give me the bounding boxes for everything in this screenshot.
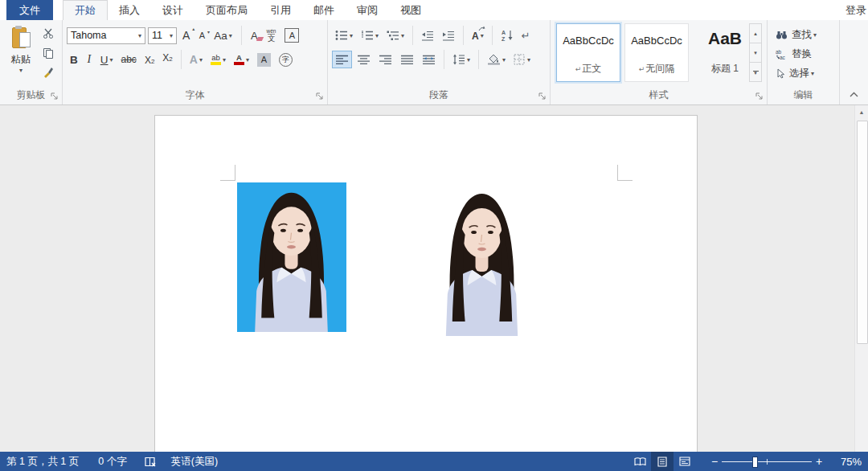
italic-button[interactable]: I <box>83 51 96 68</box>
decrease-indent-button[interactable] <box>418 27 437 44</box>
strikethrough-button[interactable]: abc <box>118 51 140 68</box>
sign-in-button[interactable]: 登录 <box>845 0 868 20</box>
paragraph-dialog-launcher[interactable] <box>538 92 547 100</box>
tab-file[interactable]: 文件 <box>6 0 53 20</box>
copy-button[interactable] <box>39 44 58 61</box>
change-case-button[interactable]: Aa <box>211 27 235 44</box>
language-status[interactable]: 英语(美国) <box>168 452 221 471</box>
scissors-icon <box>43 28 54 39</box>
grow-font-button[interactable]: A <box>179 27 193 44</box>
tab-references[interactable]: 引用 <box>259 0 302 20</box>
font-family-combo[interactable]: Tahoma ▾ <box>67 27 145 44</box>
id-photo-white-background[interactable] <box>428 183 536 336</box>
paragraph-group-label: 段落 <box>328 88 550 102</box>
group-clipboard: 粘贴 <box>0 20 63 104</box>
increase-indent-icon <box>442 31 455 41</box>
style-preview: AaB <box>694 29 756 48</box>
distribute-button[interactable] <box>419 51 439 68</box>
tab-home[interactable]: 开始 <box>63 0 108 20</box>
style-card-no-spacing[interactable]: AaBbCcDc ↵无间隔 <box>624 23 689 82</box>
tab-page-layout[interactable]: 页面布局 <box>194 0 259 20</box>
zoom-out-button[interactable]: − <box>707 455 722 468</box>
tab-mailings[interactable]: 邮件 <box>302 0 346 20</box>
tab-insert[interactable]: 插入 <box>108 0 151 20</box>
vertical-scrollbar[interactable] <box>854 105 868 452</box>
sort-button[interactable]: A Z <box>497 27 517 44</box>
select-button[interactable]: 选择 <box>776 65 814 81</box>
distribute-icon <box>422 55 436 65</box>
tab-view[interactable]: 视图 <box>389 0 432 20</box>
style-card-normal[interactable]: AaBbCcDc ↵正文 <box>556 23 620 82</box>
page-count-status[interactable]: 第 1 页，共 1 页 <box>3 452 82 471</box>
text-highlight-button[interactable]: ab <box>207 51 229 68</box>
bullets-button[interactable] <box>332 27 356 44</box>
align-left-button[interactable] <box>332 51 352 68</box>
phonetic-guide-button[interactable]: wén 文 <box>264 27 280 44</box>
zoom-percentage[interactable]: 75% <box>829 456 868 468</box>
font-color-icon: A <box>234 54 244 66</box>
scroll-up-button[interactable] <box>855 105 868 119</box>
align-center-button[interactable] <box>354 51 374 68</box>
enclose-characters-button[interactable]: 字 <box>276 51 296 68</box>
numbering-button[interactable] <box>358 27 382 44</box>
clipboard-dialog-launcher[interactable] <box>51 92 59 100</box>
clear-formatting-button[interactable]: A <box>248 27 261 44</box>
shrink-font-button[interactable]: A <box>195 27 208 44</box>
find-button[interactable]: 查找 <box>776 27 817 43</box>
gallery-up-button[interactable] <box>749 23 762 43</box>
read-mode-button[interactable] <box>628 452 651 471</box>
tab-design[interactable]: 设计 <box>151 0 194 20</box>
separator <box>444 50 444 69</box>
styles-group-label: 样式 <box>551 88 767 102</box>
subscript-button[interactable]: X2 <box>141 51 158 68</box>
gallery-more-button[interactable] <box>749 63 762 82</box>
bold-button[interactable]: B <box>67 51 81 68</box>
sort-icon: A Z <box>501 30 514 41</box>
highlight-icon: ab <box>211 54 221 66</box>
format-painter-button[interactable] <box>39 63 58 80</box>
character-border-button[interactable]: A <box>281 27 302 44</box>
asian-layout-button[interactable]: A <box>469 27 487 44</box>
zoom-slider-thumb[interactable] <box>752 457 758 468</box>
print-layout-button[interactable] <box>651 452 674 471</box>
increase-indent-button[interactable] <box>439 27 458 44</box>
proofing-status[interactable] <box>141 452 160 471</box>
styles-dialog-launcher[interactable] <box>755 92 764 100</box>
character-shading-button[interactable]: A <box>254 51 274 68</box>
font-color-button[interactable]: A <box>231 51 252 68</box>
text-effects-button[interactable]: A <box>186 51 206 68</box>
zoom-in-button[interactable]: + <box>812 455 826 468</box>
underline-button[interactable]: U <box>97 51 117 68</box>
paste-button[interactable]: 粘贴 <box>6 24 35 98</box>
borders-button[interactable] <box>510 51 534 68</box>
collapse-ribbon-button[interactable] <box>847 88 860 100</box>
word-count-status[interactable]: 0 个字 <box>95 452 129 471</box>
id-photo-blue-background[interactable] <box>237 182 346 332</box>
group-styles: AaBbCcDc ↵正文 AaBbCcDc ↵无间隔 AaB 标题 1 样式 <box>551 20 768 104</box>
font-family-value: Tahoma <box>71 30 106 41</box>
replace-button[interactable]: ab ac 替换 <box>776 46 812 62</box>
group-font: Tahoma ▾ 11 ▾ A A Aa A wén 文 A <box>63 20 328 104</box>
scrollbar-thumb[interactable] <box>857 121 868 344</box>
zoom-slider[interactable] <box>722 456 812 467</box>
phonetic-icon: wén 文 <box>267 29 276 43</box>
show-hide-marks-button[interactable]: ↵ <box>518 27 534 44</box>
multilevel-list-button[interactable] <box>383 27 407 44</box>
separator <box>478 50 479 69</box>
tab-review[interactable]: 审阅 <box>346 0 389 20</box>
font-dialog-launcher[interactable] <box>316 92 324 100</box>
line-spacing-button[interactable] <box>449 51 473 68</box>
style-name: ↵正文 <box>557 62 620 76</box>
shading-button[interactable] <box>484 51 509 68</box>
style-card-heading1[interactable]: AaB 标题 1 <box>693 23 757 82</box>
align-right-button[interactable] <box>375 51 395 68</box>
web-layout-icon <box>679 457 690 466</box>
ribbon: 粘贴 <box>0 20 868 105</box>
web-layout-button[interactable] <box>674 452 696 471</box>
gallery-down-button[interactable] <box>749 43 762 63</box>
cut-button[interactable] <box>39 25 58 42</box>
font-size-combo[interactable]: 11 ▾ <box>148 27 177 44</box>
document-page[interactable] <box>154 115 698 452</box>
justify-button[interactable] <box>397 51 417 68</box>
superscript-button[interactable]: X2 <box>159 51 175 68</box>
